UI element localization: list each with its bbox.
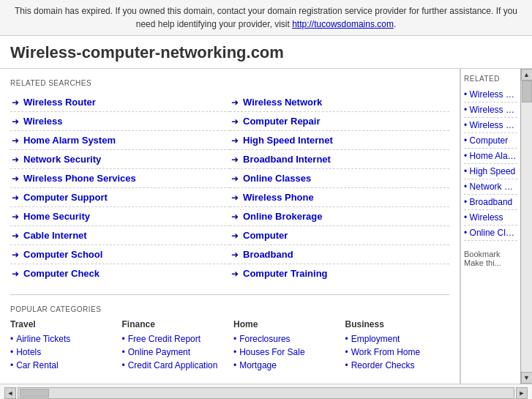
search-item: ➜Network Security [10, 150, 230, 169]
sidebar-link[interactable]: Home Alarm [464, 149, 517, 164]
scroll-right-button[interactable]: ► [516, 387, 528, 399]
search-link[interactable]: Online Classes [243, 173, 311, 184]
site-title: Wireless-computer-networking.com [0, 36, 532, 69]
search-link[interactable]: Computer Support [23, 192, 108, 203]
arrow-icon: ➜ [231, 193, 239, 203]
search-item: ➜Computer School [10, 245, 230, 264]
categories-columns: TravelAirline TicketsHotelsCar RentalFin… [10, 319, 449, 372]
category-title: Travel [10, 319, 115, 329]
search-columns: ➜Wireless Router➜Wireless➜Home Alarm Sys… [10, 93, 449, 283]
search-item: ➜Computer [230, 226, 449, 245]
bottom-bar: ◄ ► [0, 384, 532, 399]
sidebar-link[interactable]: Wireless Network [464, 102, 517, 118]
search-link[interactable]: Computer Training [243, 268, 328, 279]
category-link[interactable]: Free Credit Report [122, 332, 227, 346]
make-label: Make thi... [464, 258, 517, 267]
scroll-track [522, 81, 532, 372]
search-item: ➜Home Security [10, 207, 230, 226]
search-item: ➜Wireless Router [10, 93, 230, 112]
search-link[interactable]: Computer [243, 230, 288, 241]
search-item: ➜Online Classes [230, 169, 449, 188]
arrow-icon: ➜ [12, 269, 19, 279]
scroll-up-button[interactable]: ▲ [521, 69, 533, 81]
search-link[interactable]: Computer Check [23, 268, 100, 279]
sidebar-header: RELATED [464, 75, 517, 83]
arrow-icon: ➜ [12, 116, 19, 127]
scroll-left-button[interactable]: ◄ [4, 387, 16, 399]
search-link[interactable]: Broadband [243, 249, 293, 260]
h-scroll-thumb[interactable] [20, 389, 49, 398]
related-searches-header: RELATED SEARCHES [10, 79, 449, 87]
search-link[interactable]: Cable Internet [23, 230, 87, 241]
search-link[interactable]: Home Security [23, 211, 90, 222]
search-item: ➜Broadband Internet [230, 150, 449, 169]
search-item: ➜Cable Internet [10, 226, 230, 245]
search-link[interactable]: Wireless Phone Services [23, 173, 136, 184]
arrow-icon: ➜ [231, 135, 239, 146]
search-link[interactable]: Computer Repair [243, 116, 320, 127]
search-item: ➜Computer Training [230, 264, 449, 283]
category-title: Finance [122, 319, 227, 329]
category-link[interactable]: Foreclosures [233, 332, 338, 346]
search-item: ➜Home Alarm System [10, 131, 230, 150]
sidebar-link[interactable]: Broadband [464, 195, 517, 210]
arrow-icon: ➜ [12, 97, 19, 108]
category-link[interactable]: Houses For Sale [233, 346, 338, 359]
search-link[interactable]: Wireless Phone [243, 192, 314, 203]
arrow-icon: ➜ [12, 231, 19, 241]
sidebar-link[interactable]: Wireless Phone [464, 118, 517, 133]
search-link[interactable]: Home Alarm System [23, 135, 116, 146]
arrow-icon: ➜ [231, 212, 239, 222]
search-item: ➜Computer Repair [230, 112, 449, 131]
category-link[interactable]: Employment [345, 332, 450, 346]
category-link[interactable]: Mortgage [233, 359, 338, 372]
search-item: ➜Wireless Phone [230, 188, 449, 207]
right-search-col: ➜Wireless Network➜Computer Repair➜High S… [230, 93, 449, 283]
popular-categories-header: POPULAR CATEGORIES [10, 305, 449, 313]
vertical-scrollbar[interactable]: ▲ ▼ [520, 69, 532, 384]
search-item: ➜Wireless Phone Services [10, 169, 230, 188]
arrow-icon: ➜ [12, 154, 19, 165]
search-item: ➜Computer Check [10, 264, 230, 283]
sidebar-link[interactable]: Wireless Router [464, 87, 517, 102]
category-link[interactable]: Online Payment [122, 346, 227, 359]
category-link[interactable]: Reorder Checks [345, 359, 450, 372]
search-link[interactable]: Wireless [23, 116, 62, 127]
category-link[interactable]: Airline Tickets [10, 332, 115, 346]
arrow-icon: ➜ [231, 231, 239, 241]
arrow-icon: ➜ [231, 154, 239, 165]
left-search-col: ➜Wireless Router➜Wireless➜Home Alarm Sys… [10, 93, 230, 283]
search-link[interactable]: Network Security [23, 154, 101, 165]
search-item: ➜Wireless [10, 112, 230, 131]
search-link[interactable]: Online Brokerage [243, 211, 322, 222]
horizontal-scrollbar[interactable] [18, 387, 514, 399]
category-link[interactable]: Credit Card Application [122, 359, 227, 372]
category-col: TravelAirline TicketsHotelsCar Rental [10, 319, 115, 372]
search-link[interactable]: Computer School [23, 249, 102, 260]
search-link[interactable]: Broadband Internet [243, 154, 331, 165]
scroll-thumb[interactable] [522, 81, 532, 102]
search-item: ➜High Speed Internet [230, 131, 449, 150]
sidebar-link[interactable]: Online Classes [464, 225, 517, 241]
arrow-icon: ➜ [231, 250, 239, 260]
popular-categories-section: POPULAR CATEGORIES TravelAirline Tickets… [10, 294, 449, 372]
sidebar-link[interactable]: Wireless [464, 210, 517, 225]
category-title: Home [233, 319, 338, 329]
arrow-icon: ➜ [231, 97, 239, 108]
sidebar-link[interactable]: Network Security [464, 179, 517, 195]
search-link[interactable]: High Speed Internet [243, 135, 333, 146]
tucows-link[interactable]: http://tucowsdomains.com [292, 19, 394, 29]
category-link[interactable]: Hotels [10, 346, 115, 359]
category-col: FinanceFree Credit ReportOnline PaymentC… [122, 319, 227, 372]
arrow-icon: ➜ [12, 212, 19, 222]
sidebar-link[interactable]: High Speed [464, 164, 517, 179]
search-link[interactable]: Wireless Router [23, 97, 96, 108]
sidebar-link[interactable]: Computer [464, 133, 517, 149]
search-item: ➜Computer Support [10, 188, 230, 207]
category-link[interactable]: Work From Home [345, 346, 450, 359]
search-link[interactable]: Wireless Network [243, 97, 322, 108]
banner-text-after: . [394, 19, 396, 29]
category-link[interactable]: Car Rental [10, 359, 115, 372]
arrow-icon: ➜ [12, 135, 19, 146]
scroll-down-button[interactable]: ▼ [521, 372, 533, 384]
